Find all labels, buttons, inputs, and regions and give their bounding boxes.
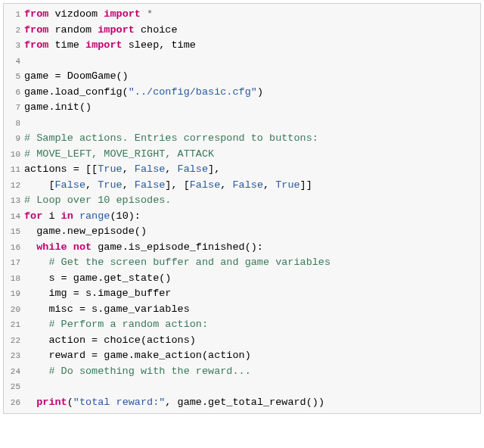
code-line: 6game.load_config("../config/basic.cfg") xyxy=(5,85,476,101)
line-number: 24 xyxy=(5,364,24,380)
code-content xyxy=(24,379,476,395)
code-line: 9# Sample actions. Entries correspond to… xyxy=(5,131,476,147)
code-content: # MOVE_LEFT, MOVE_RIGHT, ATTACK xyxy=(24,147,476,163)
line-number: 4 xyxy=(5,54,24,70)
code-content: # Loop over 10 episodes. xyxy=(24,193,476,209)
code-line: 8 xyxy=(5,116,476,132)
line-number: 18 xyxy=(5,271,24,287)
code-content: game.init() xyxy=(24,100,476,116)
code-line: 4 xyxy=(5,54,476,70)
code-line: 13# Loop over 10 episodes. xyxy=(5,193,476,209)
code-line: 22 action = choice(actions) xyxy=(5,333,476,349)
line-number: 22 xyxy=(5,333,24,349)
line-number: 20 xyxy=(5,302,24,318)
code-line: 25 xyxy=(5,379,476,395)
line-number: 14 xyxy=(5,209,24,225)
code-line: 17 # Get the screen buffer and and game … xyxy=(5,255,476,271)
code-content: print("total reward:", game.get_total_re… xyxy=(24,395,476,411)
line-number: 23 xyxy=(5,348,24,364)
code-line: 23 reward = game.make_action(action) xyxy=(5,348,476,364)
line-number: 3 xyxy=(5,38,24,54)
line-number: 21 xyxy=(5,317,24,333)
code-line: 1from vizdoom import * xyxy=(5,7,476,23)
code-line: 7game.init() xyxy=(5,100,476,116)
code-line: 11actions = [[True, False, False], xyxy=(5,162,476,178)
code-line: 10# MOVE_LEFT, MOVE_RIGHT, ATTACK xyxy=(5,147,476,163)
code-content: img = s.image_buffer xyxy=(24,286,476,302)
code-line: 3from time import sleep, time xyxy=(5,38,476,54)
code-content: [False, True, False], [False, False, Tru… xyxy=(24,178,476,194)
line-number: 8 xyxy=(5,116,24,132)
line-number: 25 xyxy=(5,379,24,395)
code-content: while not game.is_episode_finished(): xyxy=(24,240,476,256)
line-number: 1 xyxy=(5,7,24,23)
line-number: 6 xyxy=(5,85,24,101)
code-listing: 1from vizdoom import *2from random impor… xyxy=(3,3,481,414)
line-number: 19 xyxy=(5,286,24,302)
code-line: 14for i in range(10): xyxy=(5,209,476,225)
code-line: 15 game.new_episode() xyxy=(5,224,476,240)
line-number: 9 xyxy=(5,131,24,147)
code-content: for i in range(10): xyxy=(24,209,476,225)
code-line: 20 misc = s.game_variables xyxy=(5,302,476,318)
code-content: misc = s.game_variables xyxy=(24,302,476,318)
line-number: 16 xyxy=(5,240,24,256)
line-number: 13 xyxy=(5,193,24,209)
code-line: 2from random import choice xyxy=(5,23,476,39)
code-content: game = DoomGame() xyxy=(24,69,476,85)
code-content: from random import choice xyxy=(24,23,476,39)
code-line: 12 [False, True, False], [False, False, … xyxy=(5,178,476,194)
code-line: 26 print("total reward:", game.get_total… xyxy=(5,395,476,411)
code-line: 21 # Perform a random action: xyxy=(5,317,476,333)
code-line: 5game = DoomGame() xyxy=(5,69,476,85)
line-number: 12 xyxy=(5,178,24,194)
code-content: game.load_config("../config/basic.cfg") xyxy=(24,85,476,101)
code-content: from time import sleep, time xyxy=(24,38,476,54)
line-number: 26 xyxy=(5,395,24,411)
code-line: 24 # Do something with the reward... xyxy=(5,364,476,380)
code-content: action = choice(actions) xyxy=(24,333,476,349)
line-number: 7 xyxy=(5,100,24,116)
line-number: 15 xyxy=(5,224,24,240)
line-number: 5 xyxy=(5,69,24,85)
code-line: 18 s = game.get_state() xyxy=(5,271,476,287)
line-number: 17 xyxy=(5,255,24,271)
code-content xyxy=(24,54,476,70)
code-content: # Sample actions. Entries correspond to … xyxy=(24,131,476,147)
line-number: 10 xyxy=(5,147,24,163)
line-number: 2 xyxy=(5,23,24,39)
code-content: game.new_episode() xyxy=(24,224,476,240)
code-content: # Perform a random action: xyxy=(24,317,476,333)
code-content: from vizdoom import * xyxy=(24,7,476,23)
code-line: 16 while not game.is_episode_finished(): xyxy=(5,240,476,256)
code-content: reward = game.make_action(action) xyxy=(24,348,476,364)
code-content: s = game.get_state() xyxy=(24,271,476,287)
code-content: # Do something with the reward... xyxy=(24,364,476,380)
code-line: 19 img = s.image_buffer xyxy=(5,286,476,302)
code-content: actions = [[True, False, False], xyxy=(24,162,476,178)
line-number: 11 xyxy=(5,162,24,178)
code-content: # Get the screen buffer and and game var… xyxy=(24,255,476,271)
code-content xyxy=(24,116,476,132)
